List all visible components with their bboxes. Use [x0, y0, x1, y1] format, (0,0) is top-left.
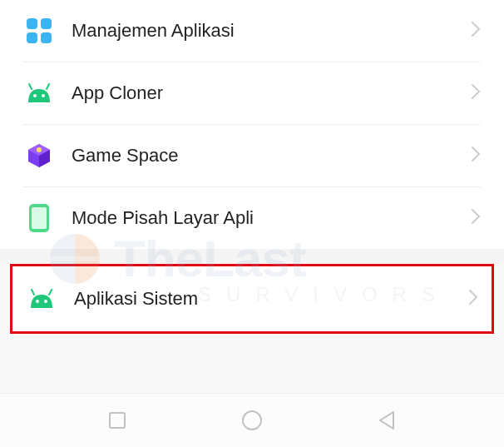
- settings-list: Manajemen Aplikasi App Cloner: [0, 0, 504, 249]
- svg-point-17: [243, 411, 261, 430]
- svg-point-9: [37, 147, 42, 152]
- svg-line-12: [32, 290, 34, 295]
- settings-item-mode-pisah-layar[interactable]: Mode Pisah Layar Apli: [0, 187, 504, 249]
- item-label: Manajemen Aplikasi: [72, 20, 471, 42]
- home-button[interactable]: [239, 407, 265, 434]
- svg-line-5: [29, 84, 32, 89]
- cube-icon: [23, 140, 55, 171]
- phone-split-icon: [23, 202, 55, 234]
- section-gap: [0, 249, 504, 264]
- svg-rect-4: [41, 32, 52, 43]
- svg-rect-16: [110, 413, 125, 428]
- svg-rect-3: [27, 32, 37, 43]
- android-head-icon: [23, 77, 55, 109]
- svg-rect-1: [27, 18, 37, 29]
- settings-item-aplikasi-sistem[interactable]: Aplikasi Sistem: [12, 266, 492, 331]
- back-button[interactable]: [373, 407, 400, 434]
- svg-rect-2: [41, 18, 52, 29]
- settings-item-app-cloner[interactable]: App Cloner: [0, 62, 504, 124]
- svg-rect-11: [32, 207, 47, 229]
- apps-grid-icon: [23, 15, 55, 47]
- svg-point-15: [44, 300, 47, 303]
- svg-line-13: [49, 290, 52, 295]
- chevron-right-icon: [471, 19, 481, 42]
- item-label: Aplikasi Sistem: [74, 288, 468, 310]
- chevron-right-icon: [471, 144, 481, 167]
- settings-item-manajemen-aplikasi[interactable]: Manajemen Aplikasi: [0, 0, 504, 62]
- svg-point-14: [36, 300, 39, 303]
- svg-line-6: [47, 84, 49, 89]
- recent-apps-button[interactable]: [104, 407, 131, 434]
- settings-item-game-space[interactable]: Game Space: [0, 125, 504, 186]
- highlighted-section: Aplikasi Sistem: [10, 264, 494, 334]
- navigation-bar: [0, 393, 504, 447]
- chevron-right-icon: [471, 206, 481, 230]
- chevron-right-icon: [468, 287, 478, 310]
- chevron-right-icon: [471, 82, 481, 105]
- item-label: Mode Pisah Layar Apli: [72, 207, 471, 229]
- android-head-icon: [26, 283, 57, 315]
- item-label: Game Space: [72, 145, 471, 166]
- svg-point-7: [33, 94, 37, 97]
- svg-point-8: [42, 94, 45, 97]
- item-label: App Cloner: [72, 82, 471, 104]
